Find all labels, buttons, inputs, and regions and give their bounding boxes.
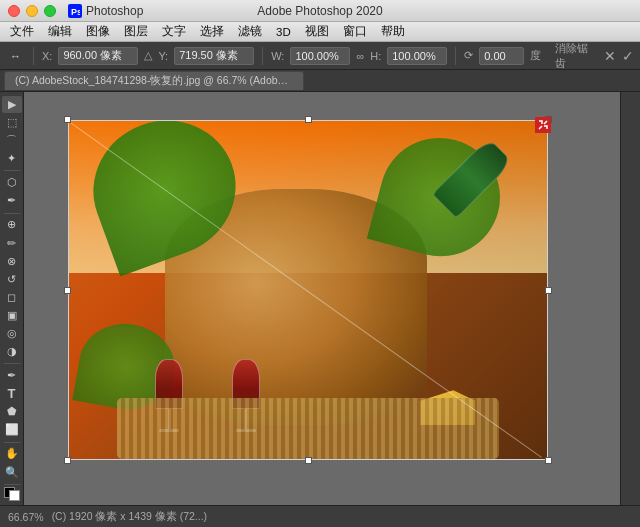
tool-gradient[interactable]: ▣	[2, 307, 22, 324]
tool-crop[interactable]: ⬡	[2, 174, 22, 191]
tool-sep-2	[4, 213, 20, 214]
traffic-lights[interactable]	[8, 5, 56, 17]
tool-blur[interactable]: ◎	[2, 325, 22, 342]
right-panel	[620, 92, 640, 505]
color-swatch[interactable]	[4, 487, 20, 501]
menu-select[interactable]: 选择	[194, 23, 230, 40]
title-bar: Ps Photoshop Adobe Photoshop 2020	[0, 0, 640, 22]
tool-move[interactable]: ▶	[2, 96, 22, 113]
document-tab[interactable]: (C) AdobeStock_184741298-恢复的.jpg @ 66.7%…	[4, 71, 304, 90]
document-info: (C) 1920 像素 x 1439 像素 (72...)	[52, 510, 207, 524]
tool-pen[interactable]: ✒	[2, 367, 22, 384]
tool-lasso[interactable]: ⌒	[2, 132, 22, 149]
tool-eraser[interactable]: ◻	[2, 289, 22, 306]
tool-sep-4	[4, 442, 20, 443]
tool-marquee[interactable]: ⬚	[2, 114, 22, 131]
w-label: W:	[271, 50, 284, 62]
options-divider-1	[33, 47, 34, 65]
tool-sep-3	[4, 363, 20, 364]
menu-bar: 文件 编辑 图像 图层 文字 选择 滤镜 3D 视图 窗口 帮助	[0, 22, 640, 42]
tool-healing[interactable]: ⊕	[2, 216, 22, 233]
w-input[interactable]	[290, 47, 350, 65]
tool-zoom[interactable]: 🔍	[2, 464, 22, 481]
tool-text[interactable]: T	[2, 385, 22, 402]
menu-text[interactable]: 文字	[156, 23, 192, 40]
status-bar: 66.67% (C) 1920 像素 x 1439 像素 (72...)	[0, 505, 640, 527]
tool-brush[interactable]: ✏	[2, 234, 22, 251]
options-bar: ↔ X: △ Y: W: ∞ H: ⟳ 度 消除锯齿 ✕ ✓	[0, 42, 640, 70]
app-icon: Ps	[68, 4, 82, 18]
tool-magic-wand[interactable]: ✦	[2, 150, 22, 167]
left-toolbar: ▶ ⬚ ⌒ ✦ ⬡ ✒ ⊕ ✏ ⊗ ↺ ◻ ▣ ◎ ◑ ✒ T ⬟ ⬜ ✋ 🔍	[0, 92, 24, 505]
tab-bar: (C) AdobeStock_184741298-恢复的.jpg @ 66.7%…	[0, 70, 640, 92]
image-frame[interactable]	[68, 120, 548, 460]
app-name: Photoshop	[86, 4, 143, 18]
menu-window[interactable]: 窗口	[337, 23, 373, 40]
menu-image[interactable]: 图像	[80, 23, 116, 40]
menu-view[interactable]: 视图	[299, 23, 335, 40]
tool-history[interactable]: ↺	[2, 271, 22, 288]
delta-label: △	[144, 49, 152, 62]
menu-3d[interactable]: 3D	[270, 25, 297, 39]
apply-transform-btn[interactable]: ✓	[622, 48, 634, 64]
interpolation-label: 消除锯齿	[555, 41, 598, 71]
tool-stamp[interactable]: ⊗	[2, 253, 22, 270]
canvas-image	[69, 121, 547, 459]
tool-shape[interactable]: ⬜	[2, 421, 22, 438]
options-divider-2	[262, 47, 263, 65]
zoom-level: 66.67%	[8, 511, 44, 523]
menu-file[interactable]: 文件	[4, 23, 40, 40]
menu-filter[interactable]: 滤镜	[232, 23, 268, 40]
tool-hand[interactable]: ✋	[2, 445, 22, 462]
tool-sep-5	[4, 484, 20, 485]
background-color[interactable]	[9, 490, 20, 501]
cancel-transform-btn[interactable]: ✕	[604, 48, 616, 64]
move-icon: ↔	[10, 50, 21, 62]
link-icon[interactable]: ∞	[356, 50, 364, 62]
tool-dodge[interactable]: ◑	[2, 343, 22, 360]
basket-layer	[117, 398, 499, 459]
svg-text:Ps: Ps	[71, 7, 80, 16]
tool-path[interactable]: ⬟	[2, 403, 22, 420]
app-info: Ps Photoshop	[68, 4, 143, 18]
maximize-button[interactable]	[44, 5, 56, 17]
canvas-area[interactable]	[24, 92, 620, 505]
h-input[interactable]	[387, 47, 447, 65]
image-container	[68, 120, 548, 460]
h-label: H:	[370, 50, 381, 62]
main-layout: ▶ ⬚ ⌒ ✦ ⬡ ✒ ⊕ ✏ ⊗ ↺ ◻ ▣ ◎ ◑ ✒ T ⬟ ⬜ ✋ 🔍	[0, 92, 640, 505]
options-divider-3	[455, 47, 456, 65]
y-label: Y:	[158, 50, 168, 62]
close-button[interactable]	[8, 5, 20, 17]
minimize-button[interactable]	[26, 5, 38, 17]
y-input[interactable]	[174, 47, 254, 65]
transform-mode-btn[interactable]: ↔	[6, 48, 25, 64]
menu-help[interactable]: 帮助	[375, 23, 411, 40]
x-label: X:	[42, 50, 52, 62]
window-title: Adobe Photoshop 2020	[257, 4, 382, 18]
x-input[interactable]	[58, 47, 138, 65]
menu-edit[interactable]: 编辑	[42, 23, 78, 40]
angle-input[interactable]	[479, 47, 524, 65]
tool-eyedropper[interactable]: ✒	[2, 192, 22, 209]
menu-layer[interactable]: 图层	[118, 23, 154, 40]
degree-label: 度	[530, 48, 541, 63]
angle-icon: ⟳	[464, 49, 473, 62]
tool-sep-1	[4, 170, 20, 171]
